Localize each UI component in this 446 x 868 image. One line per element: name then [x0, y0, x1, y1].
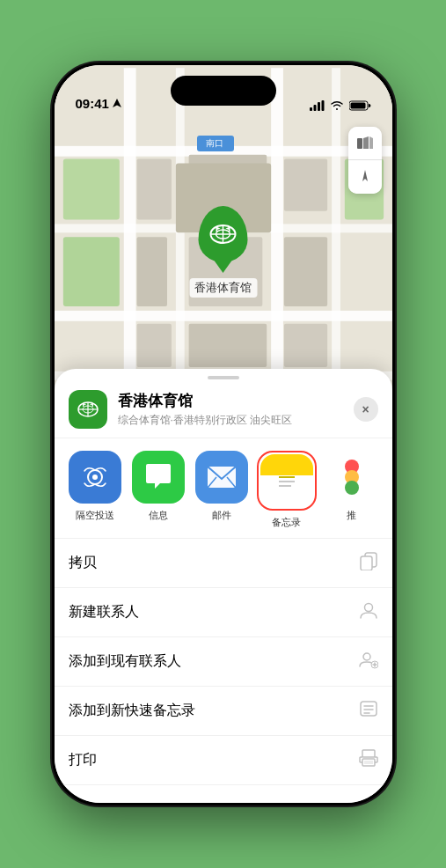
phone-screen: 09:41	[55, 65, 392, 803]
new-contact-icon	[359, 600, 378, 624]
close-button[interactable]: ×	[354, 397, 378, 422]
svg-marker-44	[84, 403, 86, 405]
svg-point-60	[364, 604, 372, 612]
venue-logo	[69, 390, 107, 429]
status-icons	[310, 100, 371, 111]
action-list: 拷贝 新建联系人	[55, 538, 392, 785]
svg-rect-43	[83, 403, 84, 407]
quick-note-icon	[359, 699, 378, 723]
messages-icon	[132, 451, 185, 504]
action-add-contact[interactable]: 添加到现有联系人	[55, 637, 392, 687]
svg-rect-25	[62, 159, 119, 220]
more-dots-svg	[325, 451, 378, 504]
marker-pin	[199, 206, 248, 262]
map-controls[interactable]	[348, 127, 382, 194]
phone-frame: 09:41	[52, 63, 395, 805]
svg-rect-21	[136, 324, 171, 367]
location-icon	[356, 168, 374, 186]
stadium-icon	[208, 218, 239, 250]
status-time: 09:41	[76, 96, 109, 111]
mail-svg	[206, 465, 238, 489]
svg-point-48	[92, 474, 98, 480]
svg-rect-18	[136, 237, 166, 306]
svg-rect-26	[62, 237, 119, 306]
svg-rect-35	[216, 227, 218, 232]
share-item-airdrop[interactable]: 隔空投送	[69, 451, 121, 522]
notes-svg	[272, 466, 302, 496]
new-contact-label: 新建联系人	[69, 603, 139, 622]
svg-rect-15	[136, 159, 171, 220]
map-type-icon	[356, 135, 374, 152]
svg-rect-45	[91, 403, 92, 407]
svg-rect-37	[229, 227, 230, 232]
action-new-contact[interactable]: 新建联系人	[55, 588, 392, 637]
svg-rect-20	[283, 237, 326, 306]
print-icon	[359, 748, 378, 772]
svg-rect-22	[188, 324, 267, 367]
action-quick-note[interactable]: 添加到新快速备忘录	[55, 687, 392, 736]
messages-label: 信息	[149, 509, 168, 522]
location-marker: 香港体育馆	[189, 206, 257, 298]
print-label: 打印	[69, 751, 97, 769]
more-label: 推	[347, 509, 356, 522]
venue-header: 香港体育馆 综合体育馆·香港特别行政区 油尖旺区 ×	[55, 379, 392, 438]
svg-marker-36	[217, 227, 221, 230]
svg-rect-1	[313, 105, 316, 111]
share-item-more[interactable]: 推	[325, 451, 378, 522]
svg-rect-2	[318, 102, 320, 111]
svg-rect-5	[350, 103, 365, 109]
location-button[interactable]	[348, 160, 382, 194]
action-print[interactable]: 打印	[55, 736, 392, 785]
add-contact-icon	[359, 650, 378, 673]
copy-label: 拷贝	[69, 554, 97, 572]
notes-label: 备忘录	[272, 516, 301, 529]
svg-rect-17	[283, 159, 326, 211]
copy-icon	[359, 551, 378, 575]
svg-marker-46	[90, 403, 92, 405]
venue-subtitle: 综合体育馆·香港特别行政区 油尖旺区	[118, 413, 343, 428]
share-row: 隔空投送 信息	[55, 438, 392, 538]
more-icon-container	[325, 451, 378, 504]
bottom-sheet: 香港体育馆 综合体育馆·香港特别行政区 油尖旺区 ×	[55, 369, 392, 803]
svg-point-61	[363, 653, 370, 660]
venue-info: 香港体育馆 综合体育馆·香港特别行政区 油尖旺区	[118, 391, 343, 428]
svg-marker-38	[226, 227, 230, 230]
location-arrow-icon	[113, 99, 121, 109]
svg-rect-0	[310, 107, 312, 111]
wifi-icon	[330, 100, 344, 111]
mail-label: 邮件	[212, 509, 231, 522]
airdrop-svg	[80, 462, 110, 492]
quick-note-label: 添加到新快速备忘录	[69, 702, 195, 720]
svg-marker-29	[363, 136, 369, 149]
venue-logo-icon	[76, 397, 100, 422]
messages-svg	[143, 462, 174, 492]
dynamic-island	[171, 76, 276, 106]
add-contact-label: 添加到现有联系人	[69, 652, 181, 671]
venue-name: 香港体育馆	[118, 391, 343, 411]
svg-marker-30	[369, 136, 373, 149]
share-item-mail[interactable]: 邮件	[195, 451, 248, 522]
signal-icon	[310, 100, 325, 111]
svg-rect-28	[357, 138, 362, 149]
svg-rect-69	[362, 750, 375, 757]
action-copy[interactable]: 拷贝	[55, 539, 392, 588]
svg-rect-59	[361, 556, 372, 570]
svg-rect-3	[321, 100, 324, 111]
share-item-messages[interactable]: 信息	[132, 451, 185, 522]
airdrop-icon	[69, 451, 121, 504]
svg-point-57	[345, 481, 359, 495]
mail-icon	[195, 451, 248, 504]
notes-highlight	[257, 451, 317, 511]
map-type-button[interactable]	[348, 127, 382, 160]
venue-marker-label: 香港体育馆	[189, 278, 257, 298]
share-item-notes[interactable]: 备忘录	[259, 451, 315, 529]
svg-rect-13	[55, 311, 392, 321]
notes-icon	[260, 454, 313, 507]
map-north-label: 南口	[197, 136, 234, 151]
svg-rect-23	[283, 324, 326, 367]
battery-icon	[349, 100, 371, 111]
airdrop-label: 隔空投送	[76, 509, 114, 522]
svg-rect-71	[364, 761, 373, 764]
